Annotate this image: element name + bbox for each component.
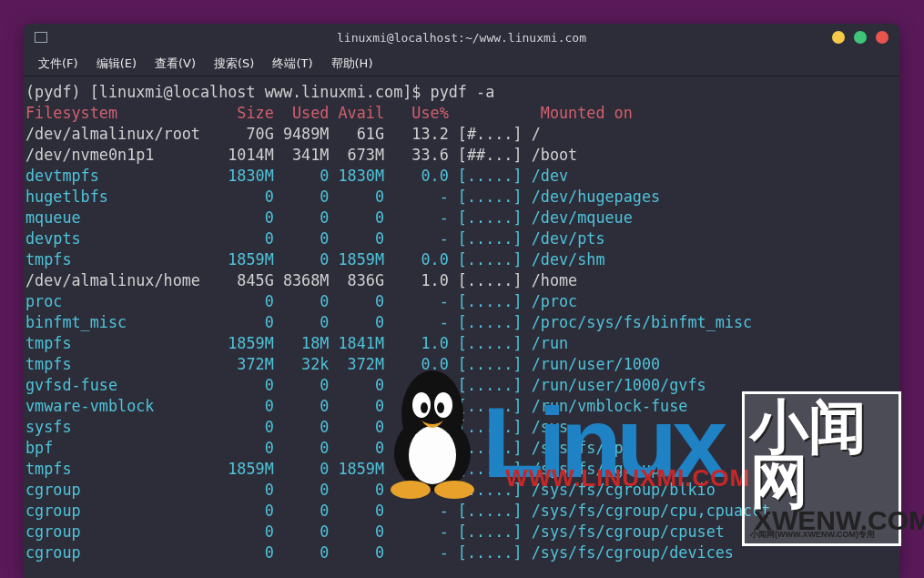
table-row: proc 0 0 0 - [.....] /proc (25, 292, 577, 310)
minimize-button[interactable] (832, 31, 845, 44)
menu-view[interactable]: 查看(V) (146, 52, 205, 76)
close-button[interactable] (876, 31, 888, 44)
menubar: 文件(F) 编辑(E) 查看(V) 搜索(S) 终端(T) 帮助(H) (24, 51, 899, 76)
table-row: gvfsd-fuse 0 0 0 - [.....] /run/user/100… (25, 376, 706, 394)
window-controls (832, 31, 888, 44)
table-row: /dev/almalinux/root 70G 9489M 61G 13.2 [… (25, 125, 541, 143)
terminal-window: linuxmi@localhost:~/www.linuxmi.com 文件(F… (24, 24, 899, 578)
menu-help[interactable]: 帮助(H) (322, 52, 382, 76)
table-row: cgroup 0 0 0 - [.....] /sys/fs/cgroup/bl… (25, 481, 716, 499)
table-row: hugetlbfs 0 0 0 - [.....] /dev/hugepages (25, 188, 660, 206)
table-row: tmpfs 372M 32k 372M 0.0 [.....] /run/use… (25, 355, 660, 373)
table-row: cgroup 0 0 0 - [.....] /sys/fs/cgroup/de… (25, 543, 734, 562)
terminal-output[interactable]: (pydf) [linuxmi@localhost www.linuxmi.co… (24, 76, 899, 578)
table-row: vmware-vmblock 0 0 0 - [.....] /run/vmbl… (25, 397, 687, 415)
table-row: devtmpfs 1830M 0 1830M 0.0 [.....] /dev (25, 167, 568, 185)
menu-search[interactable]: 搜索(S) (205, 52, 263, 76)
menu-terminal[interactable]: 终端(T) (263, 52, 321, 76)
table-row: tmpfs 1859M 18M 1841M 1.0 [.....] /run (25, 334, 568, 352)
table-row: binfmt_misc 0 0 0 - [.....] /proc/sys/fs… (25, 313, 752, 331)
header-row: Filesystem Size Used Avail Use% Mounted … (25, 104, 633, 122)
prompt-line: (pydf) [linuxmi@localhost www.linuxmi.co… (25, 83, 494, 101)
table-row: mqueue 0 0 0 - [.....] /dev/mqueue (25, 208, 633, 227)
table-row: tmpfs 1859M 0 1859M 0.0 [.....] /sys/fs/… (25, 460, 660, 478)
titlebar: linuxmi@localhost:~/www.linuxmi.com (24, 24, 899, 51)
table-row: /dev/nvme0n1p1 1014M 341M 673M 33.6 [##.… (25, 146, 577, 164)
maximize-button[interactable] (854, 31, 867, 44)
table-row: cgroup 0 0 0 - [.....] /sys/fs/cgroup/cp… (25, 522, 725, 541)
app-icon (35, 32, 47, 43)
table-row: devpts 0 0 0 - [.....] /dev/pts (25, 229, 605, 248)
table-row: bpf 0 0 0 - [.....] /sys/fs/bpf (25, 439, 633, 457)
menu-file[interactable]: 文件(F) (29, 52, 87, 76)
table-row: cgroup 0 0 0 - [.....] /sys/fs/cgroup/cp… (25, 502, 770, 520)
table-row: /dev/almalinux/home 845G 8368M 836G 1.0 … (25, 271, 577, 289)
window-title: linuxmi@localhost:~/www.linuxmi.com (24, 31, 899, 45)
menu-edit[interactable]: 编辑(E) (87, 52, 146, 76)
table-row: sysfs 0 0 0 - [.....] /sys (25, 418, 568, 436)
table-row: tmpfs 1859M 0 1859M 0.0 [.....] /dev/shm (25, 250, 605, 269)
